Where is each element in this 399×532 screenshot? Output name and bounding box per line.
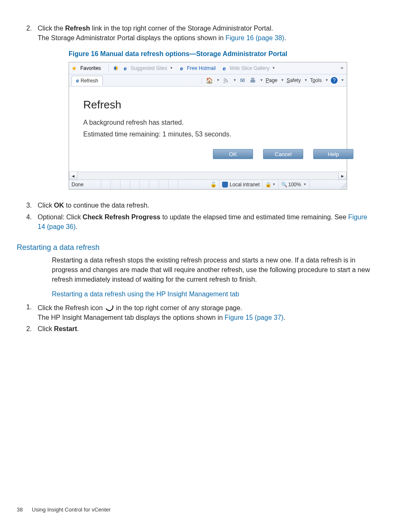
step-number: 1. — [17, 302, 38, 322]
text: Click the Refresh icon — [38, 304, 105, 311]
resize-grip[interactable] — [339, 180, 347, 189]
page-number: 38 — [17, 506, 23, 513]
suggested-sites-link[interactable]: Suggested Sites — [130, 65, 167, 71]
scroll-track[interactable] — [77, 172, 338, 179]
ok-button[interactable]: OK — [213, 149, 253, 159]
content-line: Estimated time remaining: 1 minutes, 53 … — [83, 131, 334, 138]
text: to continue the data refresh. — [64, 202, 149, 209]
scroll-right-button[interactable]: ► — [338, 172, 347, 180]
step-2b: 2. Click Restart. — [17, 324, 375, 334]
step-list-after: 3. Click OK to continue the data refresh… — [17, 200, 375, 231]
step-number: 2. — [17, 23, 38, 43]
text: Optional: Click — [38, 213, 83, 221]
free-hotmail-link[interactable]: Free Hotmail — [187, 65, 216, 71]
text: to update the elapsed time and estimated… — [160, 213, 348, 221]
tab-title: Refresh — [81, 78, 98, 84]
print-icon[interactable]: 🖶 — [249, 77, 256, 84]
text: . — [284, 314, 285, 321]
section-paragraph: Restarting a data refresh stops the exis… — [52, 255, 375, 285]
text: . — [77, 325, 79, 332]
text: Click — [38, 325, 54, 332]
add-favorite-icon[interactable] — [113, 65, 119, 71]
step-2: 2. Click the Refresh link in the top rig… — [17, 23, 375, 43]
read-mail-icon[interactable]: ✉ — [239, 77, 246, 84]
zoom-control[interactable]: 🔍100% ▼ — [279, 180, 309, 189]
separator — [108, 64, 109, 72]
step-3: 3. Click OK to continue the data refresh… — [17, 200, 375, 210]
ie-icon: e — [221, 65, 227, 71]
bold-text: Restart — [54, 325, 77, 332]
cancel-button[interactable]: Cancel — [263, 149, 303, 159]
ie-icon: e — [122, 65, 128, 71]
step-number: 3. — [17, 200, 38, 210]
shield-icon — [222, 182, 228, 188]
text: The HP Insight Management tab displays t… — [38, 314, 225, 321]
ie-icon: e — [76, 78, 79, 84]
step-4: 4. Optional: Click Check Refresh Progres… — [17, 212, 375, 231]
bold-text: Check Refresh Progress — [83, 213, 161, 221]
bold-text: OK — [54, 202, 64, 209]
ie-tab-bar: e Refresh 🏠▼ ▼ ✉ 🖶▼ PPageage▼ SSafetyafe… — [69, 75, 347, 87]
help-button[interactable]: Help — [313, 149, 353, 159]
refresh-icon — [104, 302, 114, 312]
sub-heading: Restarting a data refresh using the HP I… — [52, 290, 375, 298]
figure-caption: Figure 16 Manual data refresh options—St… — [69, 50, 375, 58]
step-1b: 1. Click the Refresh icon in the top rig… — [17, 302, 375, 322]
status-zone: Local intranet — [220, 180, 263, 189]
text: link in the top right corner of the Stor… — [90, 25, 273, 32]
text: in the top right corner of any storage p… — [114, 304, 242, 311]
page-menu[interactable]: PPageage — [266, 77, 277, 83]
page-footer: 38 Using Insight Control for vCenter — [17, 506, 111, 513]
favorites-label: Favorites — [80, 65, 101, 71]
horizontal-scrollbar[interactable]: ◄ ► — [69, 172, 347, 180]
ie-command-bar: 🏠▼ ▼ ✉ 🖶▼ PPageage▼ SSafetyafety▼ ToTool… — [201, 77, 344, 84]
safety-menu[interactable]: SSafetyafety — [286, 77, 301, 83]
text: Click the — [38, 25, 65, 32]
text: Click — [38, 202, 54, 209]
step-list-bottom: 1. Click the Refresh icon in the top rig… — [17, 302, 375, 334]
figure-link[interactable]: Figure 16 (page 38) — [225, 34, 284, 41]
home-icon[interactable]: 🏠 — [205, 77, 213, 84]
content-heading: Refresh — [83, 98, 334, 111]
ie-favorites-bar: ★ Favorites e Suggested Sites▼ e Free Ho… — [69, 62, 347, 75]
web-slice-link[interactable]: Web Slice Gallery — [230, 65, 269, 71]
text: . — [284, 34, 286, 41]
help-icon[interactable]: ? — [331, 77, 338, 84]
feeds-icon[interactable] — [222, 77, 230, 84]
ie-status-bar: Done 🔓 Local intranet 🔒▼ 🔍100% ▼ — [69, 180, 347, 189]
section-heading: Restarting a data refresh — [17, 243, 375, 252]
step-number: 2. — [17, 324, 38, 334]
step-list-top: 2. Click the Refresh link in the top rig… — [17, 23, 375, 43]
star-icon: ★ — [72, 65, 77, 72]
step-number: 4. — [17, 212, 38, 231]
browser-tab[interactable]: e Refresh — [72, 76, 103, 85]
protected-mode[interactable]: 🔒▼ — [263, 180, 279, 189]
bold-text: Refresh — [65, 25, 90, 32]
status-icon-cell: 🔓 — [208, 180, 220, 189]
ie-icon: e — [179, 65, 184, 71]
page-content: Refresh A background refresh has started… — [69, 87, 347, 172]
screenshot-figure: ★ Favorites e Suggested Sites▼ e Free Ho… — [69, 62, 347, 190]
text: The Storage Administrator Portal display… — [38, 34, 225, 41]
footer-title: Using Insight Control for vCenter — [32, 506, 111, 513]
chevron-icon[interactable]: » — [340, 65, 343, 71]
tools-menu[interactable]: ToToolsols — [310, 77, 322, 83]
figure-link[interactable]: Figure 15 (page 37) — [225, 314, 284, 321]
status-done: Done — [69, 180, 101, 189]
content-line: A background refresh has started. — [83, 119, 334, 126]
scroll-left-button[interactable]: ◄ — [69, 172, 77, 180]
status-cells — [101, 180, 178, 189]
text: . — [76, 223, 77, 230]
